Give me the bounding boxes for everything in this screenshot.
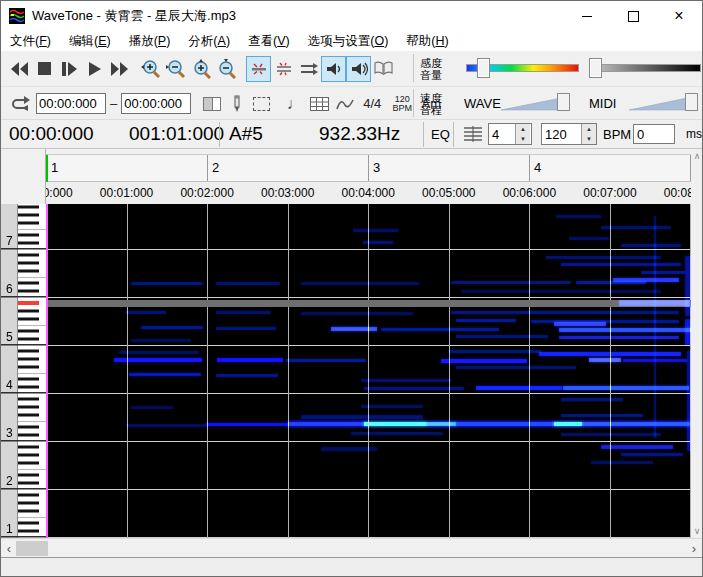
- readout-separator: [453, 122, 454, 147]
- pencil-tool-button[interactable]: [224, 91, 249, 117]
- time-ruler[interactable]: 00:00:00000:01:00000:02:00000:03:00000:0…: [1, 182, 691, 204]
- split-view-button[interactable]: [199, 91, 224, 117]
- grid-division-value[interactable]: 4: [489, 127, 515, 142]
- toolbar-transport: 感度音量: [1, 51, 702, 86]
- offset-ms-input[interactable]: [633, 124, 675, 144]
- menu-item-4[interactable]: 分析(A): [179, 33, 239, 50]
- pencil-icon: [233, 95, 241, 113]
- tempo-up-button[interactable]: ▲: [582, 124, 596, 134]
- note-grid-button[interactable]: [307, 91, 332, 117]
- note-display-mode-2-button[interactable]: [271, 56, 296, 82]
- zoom-out-vertical-button[interactable]: [213, 56, 238, 82]
- time-signature-button[interactable]: 4/4: [357, 91, 387, 117]
- loop-start-input[interactable]: [36, 93, 106, 114]
- time-label: 00:02:000: [180, 186, 233, 200]
- note-display-mode-1-button[interactable]: [246, 56, 271, 82]
- open-book-icon: [374, 61, 393, 76]
- contrast-slider[interactable]: [591, 64, 701, 72]
- close-button[interactable]: ×: [656, 1, 702, 31]
- sine-wave-icon: [336, 97, 354, 111]
- split-window-icon: [203, 97, 221, 111]
- quarter-note-icon: ♩: [287, 95, 303, 113]
- horizontal-scrollbar[interactable]: ‹ ›: [1, 538, 702, 557]
- spectrogram-canvas[interactable]: [46, 204, 691, 538]
- score-book-button[interactable]: [371, 56, 396, 82]
- measure-line: [207, 155, 208, 181]
- sensitivity-slider-thumb[interactable]: [477, 58, 490, 78]
- loop-button[interactable]: [7, 91, 32, 117]
- tempo-value[interactable]: 120: [542, 127, 570, 142]
- close-icon: ×: [674, 8, 683, 24]
- midi-volume-label: MIDI: [589, 96, 616, 111]
- note-lines-double-icon: [275, 62, 293, 76]
- play-button[interactable]: [82, 56, 107, 82]
- zoom-out-horizontal-icon: [166, 59, 186, 79]
- wave-volume-slider[interactable]: [501, 95, 561, 113]
- measure-number-2: 2: [212, 160, 219, 175]
- contrast-slider-thumb[interactable]: [589, 58, 602, 78]
- zoom-in-horizontal-icon: [141, 59, 161, 79]
- menu-item-5[interactable]: 查看(V): [239, 33, 299, 50]
- shift-notes-button[interactable]: [296, 56, 321, 82]
- scroll-down-button[interactable]: ∨: [691, 524, 703, 538]
- measure-number-4: 4: [534, 160, 541, 175]
- rewind-icon: [11, 62, 29, 76]
- chevron-up-icon: ∧: [694, 151, 701, 161]
- wave-audio-toggle-button[interactable]: [321, 56, 346, 82]
- menu-item-3[interactable]: 播放(P): [120, 33, 180, 50]
- toolbar-edit: – ♩ 4/4 120BPM Am: [1, 86, 702, 120]
- metronome-grid-button[interactable]: [463, 120, 483, 148]
- speaker-icon: [325, 62, 343, 76]
- waveform-view-button[interactable]: [332, 91, 357, 117]
- stop-button[interactable]: [32, 56, 57, 82]
- grid-table-icon: [310, 97, 329, 111]
- maximize-button[interactable]: [610, 1, 656, 31]
- menu-item-7[interactable]: 帮助(H): [397, 33, 457, 50]
- scroll-left-button[interactable]: ‹: [1, 539, 17, 558]
- selection-tool-button[interactable]: [249, 91, 274, 117]
- vertical-scrollbar[interactable]: ∧ ∨: [691, 149, 703, 538]
- minimize-button[interactable]: [564, 1, 610, 31]
- note-input-button[interactable]: ♩: [282, 91, 307, 117]
- ruler-corner: [1, 149, 46, 204]
- menu-bar: 文件(F)编辑(E)播放(P)分析(A)查看(V)选项与设置(O)帮助(H): [1, 31, 702, 52]
- eq-button[interactable]: EQ: [431, 120, 450, 148]
- fast-forward-button[interactable]: [107, 56, 132, 82]
- measure-ruler[interactable]: 1234: [1, 155, 691, 182]
- zoom-in-horizontal-button[interactable]: [138, 56, 163, 82]
- grid-division-down-button[interactable]: ▼: [516, 134, 530, 144]
- tempo-down-button[interactable]: ▼: [582, 134, 596, 144]
- menu-item-6[interactable]: 选项与设置(O): [299, 33, 398, 50]
- midi-audio-toggle-button[interactable]: [346, 56, 371, 82]
- time-label: 00:04:000: [342, 186, 395, 200]
- midi-volume-thumb[interactable]: [685, 93, 698, 111]
- scroll-right-button[interactable]: ›: [686, 539, 702, 558]
- pause-button[interactable]: [57, 56, 82, 82]
- time-label: 00:05:000: [422, 186, 475, 200]
- title-bar: WaveTone - 黄霄雲 - 星辰大海.mp3 ×: [1, 1, 702, 31]
- position-time-readout: 00:00:000: [9, 120, 94, 148]
- measure-line: [368, 155, 369, 181]
- frequency-readout: 932.33Hz: [319, 120, 400, 148]
- measure-number-3: 3: [373, 160, 380, 175]
- loop-end-input[interactable]: [121, 93, 191, 114]
- grid-division-spinner: 4 ▲ ▼: [488, 120, 532, 148]
- chevron-down-icon: ∨: [694, 526, 701, 536]
- midi-volume-slider[interactable]: [629, 95, 687, 113]
- wave-volume-thumb[interactable]: [557, 93, 570, 111]
- grid-division-up-button[interactable]: ▲: [516, 124, 530, 134]
- rewind-button[interactable]: [7, 56, 32, 82]
- measure-line: [529, 155, 530, 181]
- time-signature-value: 4/4: [359, 96, 385, 111]
- zoom-out-horizontal-button[interactable]: [163, 56, 188, 82]
- menu-item-2[interactable]: 编辑(E): [60, 33, 120, 50]
- horizontal-scroll-thumb[interactable]: [16, 541, 48, 556]
- ms-label: ms: [686, 120, 702, 148]
- zoom-in-vertical-button[interactable]: [188, 56, 213, 82]
- scroll-up-button[interactable]: ∧: [691, 149, 703, 163]
- piano-keyboard[interactable]: [1, 204, 46, 538]
- menu-item-1[interactable]: 文件(F): [1, 33, 60, 50]
- loop-range-dash: –: [106, 96, 121, 111]
- readout-separator: [219, 122, 220, 147]
- time-label: 00:08:000: [664, 186, 691, 200]
